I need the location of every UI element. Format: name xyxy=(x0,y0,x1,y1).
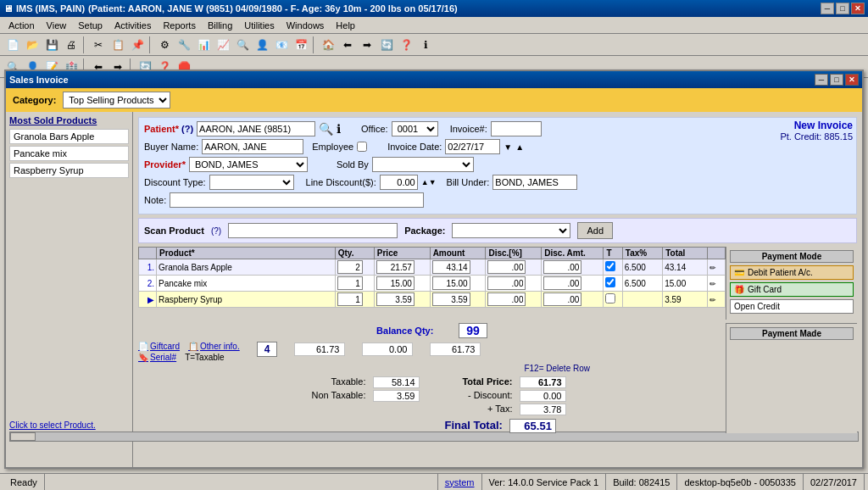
row-1-disc-pct-input[interactable] xyxy=(487,260,526,274)
tb-print[interactable]: 🖨 xyxy=(62,36,81,54)
row-3-price-input[interactable] xyxy=(376,292,415,306)
product-item-1[interactable]: Granola Bars Apple xyxy=(9,129,129,144)
tb-b9[interactable]: 🏠 xyxy=(319,36,337,54)
row-3-qty-input[interactable] xyxy=(337,292,363,306)
office-select[interactable]: 0001 xyxy=(392,121,438,136)
package-select[interactable] xyxy=(452,223,570,238)
row-2-taxable-check[interactable] xyxy=(605,277,615,287)
buyer-input[interactable] xyxy=(202,139,303,154)
employee-checkbox[interactable] xyxy=(357,142,367,152)
debit-patient-button[interactable]: 💳 Debit Patient A/c. xyxy=(730,265,854,280)
row-3-amount-input[interactable] xyxy=(432,292,470,306)
tb-paste[interactable]: 📌 xyxy=(128,36,147,54)
menu-reports[interactable]: Reports xyxy=(158,19,201,31)
dialog-close[interactable]: ✕ xyxy=(845,74,859,86)
row-2-product-input[interactable] xyxy=(159,277,290,290)
patient-input[interactable] xyxy=(197,121,315,136)
tb-b5[interactable]: 🔍 xyxy=(233,36,252,54)
row-3-disc-amt-input[interactable] xyxy=(543,292,581,306)
note-input[interactable] xyxy=(170,192,424,208)
row-2-qty-input[interactable] xyxy=(337,276,363,290)
menu-windows[interactable]: Windows xyxy=(281,19,330,31)
tb-b8[interactable]: 📅 xyxy=(292,36,310,54)
other-info-link[interactable]: 📋 Other info. xyxy=(188,342,240,351)
row-1-qty-input[interactable] xyxy=(337,260,363,274)
open-credit-button[interactable]: Open Credit xyxy=(730,299,854,314)
row-1-disc-amt-input[interactable] xyxy=(543,260,581,274)
row-3-edit[interactable]: ✏ xyxy=(707,292,725,308)
scan-input[interactable] xyxy=(228,223,398,238)
tb-copy[interactable]: 📋 xyxy=(108,36,127,54)
tb-b12[interactable]: 🔄 xyxy=(377,36,396,54)
row-3-disc-pct-input[interactable] xyxy=(487,292,526,306)
menu-setup[interactable]: Setup xyxy=(73,19,108,31)
add-button[interactable]: Add xyxy=(577,222,613,239)
maximize-button[interactable]: □ xyxy=(836,3,849,14)
scrollbar-thumb[interactable] xyxy=(10,432,36,441)
row-2-edit-icon[interactable]: ✏ xyxy=(709,280,716,288)
invoice-num-input[interactable] xyxy=(491,121,542,136)
category-select[interactable]: Top Selling Products xyxy=(63,92,170,109)
tb-b3[interactable]: 📊 xyxy=(194,36,213,54)
tb-b14[interactable]: ℹ xyxy=(416,36,435,54)
menu-utilities[interactable]: Utilities xyxy=(239,19,279,31)
dialog-minimize[interactable]: ─ xyxy=(815,74,828,86)
tb-cut[interactable]: ✂ xyxy=(89,36,108,54)
row-2-amount-input[interactable] xyxy=(432,276,470,290)
tb-b7[interactable]: 📧 xyxy=(272,36,291,54)
tb-b13[interactable]: ❓ xyxy=(397,36,415,54)
row-1-price-input[interactable] xyxy=(376,260,415,274)
tb-b2[interactable]: 🔧 xyxy=(175,36,193,54)
invoice-date-input[interactable] xyxy=(445,139,500,154)
row-1-edit[interactable]: ✏ xyxy=(707,259,725,276)
serial-link[interactable]: 🔖 Serial# xyxy=(138,353,176,362)
date-picker-icon[interactable]: ▼ xyxy=(504,142,512,152)
dialog-maximize[interactable]: □ xyxy=(830,74,843,86)
app-title: IMS (IMS, PAIN) xyxy=(16,3,85,14)
row-2-price-input[interactable] xyxy=(376,276,415,290)
tax-row: + Tax: 3.78 xyxy=(445,404,566,415)
giftcard-link[interactable]: 📄 Giftcard xyxy=(138,342,180,351)
bill-under-input[interactable] xyxy=(492,175,577,190)
left-panel: Most Sold Products Granola Bars Apple Pa… xyxy=(6,112,133,467)
sold-by-select[interactable] xyxy=(372,157,474,172)
row-3-taxable-check[interactable] xyxy=(605,293,615,303)
line-discount-input[interactable] xyxy=(380,175,418,190)
patient-search-icon[interactable]: 🔍 xyxy=(319,122,333,136)
provider-select[interactable]: BOND, JAMES xyxy=(189,157,308,172)
tb-open[interactable]: 📂 xyxy=(23,36,42,54)
discount-type-select[interactable] xyxy=(209,175,294,190)
discount-spin-icon[interactable]: ▲▼ xyxy=(421,178,437,187)
row-1-taxable-check[interactable] xyxy=(605,261,615,271)
row-3-edit-icon[interactable]: ✏ xyxy=(709,296,716,304)
product-item-2[interactable]: Pancake mix xyxy=(9,146,129,161)
minimize-button[interactable]: ─ xyxy=(821,3,834,14)
tb-new[interactable]: 📄 xyxy=(3,36,22,54)
row-3-tax-pct xyxy=(622,292,662,308)
row-1-edit-icon[interactable]: ✏ xyxy=(709,264,716,272)
menu-help[interactable]: Help xyxy=(331,19,360,31)
tb-save[interactable]: 💾 xyxy=(42,36,61,54)
menu-activities[interactable]: Activities xyxy=(109,19,156,31)
menu-action[interactable]: Action xyxy=(3,19,40,31)
row-2-edit[interactable]: ✏ xyxy=(707,276,725,292)
gift-card-button[interactable]: 🎁 Gift Card xyxy=(730,282,854,297)
row-3-product-input[interactable] xyxy=(159,293,290,306)
row-2-disc-pct-input[interactable] xyxy=(487,276,526,290)
row-2-disc-amt-input[interactable] xyxy=(543,276,581,290)
tb-b11[interactable]: ➡ xyxy=(358,36,376,54)
product-item-3[interactable]: Raspberry Syrup xyxy=(9,163,129,178)
date-up-icon[interactable]: ▲ xyxy=(515,142,524,152)
tb-b1[interactable]: ⚙ xyxy=(155,36,174,54)
menu-view[interactable]: View xyxy=(42,19,72,31)
row-1-product-input[interactable] xyxy=(159,261,290,274)
menu-bar: Action View Setup Activities Reports Bil… xyxy=(0,17,868,34)
row-1-amount-input[interactable] xyxy=(432,260,470,274)
tb-b10[interactable]: ⬅ xyxy=(338,36,357,54)
tb-b6[interactable]: 👤 xyxy=(253,36,271,54)
patient-info-icon[interactable]: ℹ xyxy=(337,122,341,136)
total-qty-display: 4 xyxy=(257,342,278,357)
close-button[interactable]: ✕ xyxy=(851,3,865,14)
tb-b4[interactable]: 📈 xyxy=(214,36,232,54)
menu-billing[interactable]: Billing xyxy=(203,19,237,31)
